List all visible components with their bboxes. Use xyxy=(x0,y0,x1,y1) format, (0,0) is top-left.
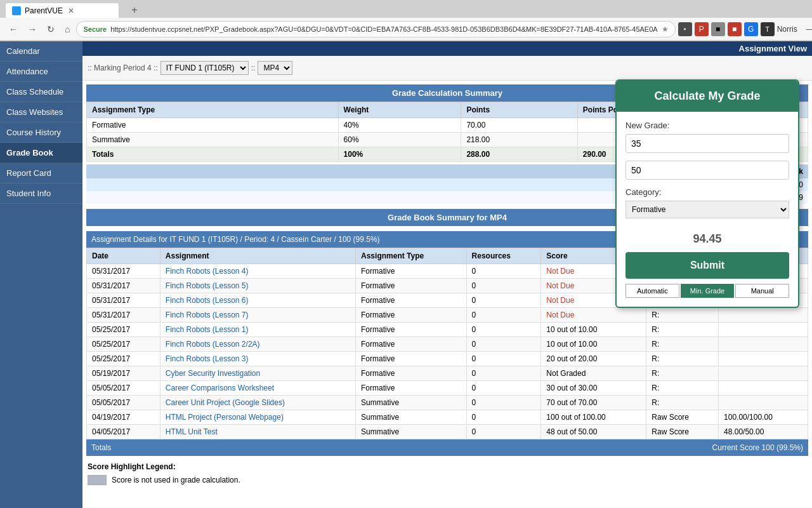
sidebar-item-course-history[interactable]: Course History xyxy=(0,123,82,143)
app-layout: Calendar Attendance Class Schedule Class… xyxy=(0,41,812,508)
home-button[interactable]: ⌂ xyxy=(61,22,74,37)
extensions-icon[interactable]: ▪ xyxy=(678,22,692,36)
address-bar: Secure https://studentvue.ccpsnet.net/PX… xyxy=(76,21,675,37)
assignment-link[interactable]: Finch Robots (Lesson 7) xyxy=(166,311,249,319)
submit-button[interactable]: Submit xyxy=(625,252,789,279)
table-row: 04/19/2017 HTML Project (Personal Webpag… xyxy=(87,410,808,425)
mp-label: :: Marking Period 4 :: xyxy=(88,64,158,72)
col-assignment-type: Assignment Type xyxy=(87,102,339,118)
sidebar-item-calendar[interactable]: Calendar xyxy=(0,41,82,62)
toolbar-right: ▪ P ■ ■ G T Norris ─ ◻ ✕ xyxy=(678,22,812,37)
new-grade-input-2[interactable] xyxy=(625,161,789,180)
header-bar: Assignment View xyxy=(82,41,812,56)
new-grade-label: New Grade: xyxy=(625,121,789,130)
assignment-link[interactable]: HTML Unit Test xyxy=(166,427,218,436)
secure-badge: Secure xyxy=(83,25,107,33)
user-name: Norris xyxy=(777,25,797,34)
assignment-link[interactable]: Finch Robots (Lesson 6) xyxy=(166,296,249,305)
tab-title: ParentVUE xyxy=(25,6,63,15)
sidebar-item-grade-book[interactable]: Grade Book xyxy=(0,143,82,163)
col-assignment-type: Assignment Type xyxy=(356,248,467,264)
table-row: 04/05/2017 HTML Unit Test Summative 0 48… xyxy=(87,425,808,439)
url-text: https://studentvue.ccpsnet.net/PXP_Grade… xyxy=(110,25,657,33)
marking-period-bar: :: Marking Period 4 :: IT FUND 1 (IT105R… xyxy=(82,56,812,81)
table-row: 05/25/2017 Finch Robots (Lesson 2/2A) Fo… xyxy=(87,337,808,352)
course-select[interactable]: IT FUND 1 (IT105R) xyxy=(160,61,249,75)
assignment-link[interactable]: Finch Robots (Lesson 2/2A) xyxy=(166,340,260,349)
current-score: Current Score 100 (99.5%) xyxy=(712,443,803,452)
type-summative: Summative xyxy=(87,133,339,147)
tab-bar: ParentVUE ✕ + xyxy=(0,0,812,18)
nav-bar: ← → ↻ ⌂ Secure https://studentvue.ccpsne… xyxy=(0,18,812,41)
weight-totals: 100% xyxy=(338,147,461,162)
category-label: Category: xyxy=(625,187,789,197)
min-grade-mode-button[interactable]: Min. Grade xyxy=(681,284,735,298)
col-points: Points xyxy=(461,102,577,118)
browser-chrome: ParentVUE ✕ + ← → ↻ ⌂ Secure https://stu… xyxy=(0,0,812,41)
toolbar-icon-5[interactable]: T xyxy=(761,22,775,36)
assignment-link[interactable]: Finch Robots (Lesson 5) xyxy=(166,281,249,290)
sidebar-item-report-card[interactable]: Report Card xyxy=(0,163,82,184)
bookmark-icon[interactable]: ★ xyxy=(662,25,669,34)
forward-button[interactable]: → xyxy=(24,22,41,37)
legend-description: Score is not used in grade calculation. xyxy=(112,476,240,485)
assignment-link[interactable]: Cyber Security Investigation xyxy=(166,369,260,378)
main-content: Assignment View :: Marking Period 4 :: I… xyxy=(82,41,812,508)
sidebar-item-class-schedule[interactable]: Class Schedule xyxy=(0,82,82,102)
toolbar-icon-1[interactable]: P xyxy=(695,22,709,36)
tab-favicon xyxy=(12,6,21,15)
assignment-view-link[interactable]: Assignment View xyxy=(739,44,807,53)
toolbar-icon-3[interactable]: ■ xyxy=(728,22,742,36)
legend-color-swatch xyxy=(88,475,107,485)
tab-close-button[interactable]: ✕ xyxy=(68,6,74,15)
table-row: 05/25/2017 Finch Robots (Lesson 3) Forma… xyxy=(87,352,808,366)
active-tab[interactable]: ParentVUE ✕ xyxy=(5,3,119,18)
col-assignment: Assignment xyxy=(160,248,355,264)
points-formative: 70.00 xyxy=(461,118,577,133)
legend-section: Score Highlight Legend: Score is not use… xyxy=(82,456,812,491)
table-row: 05/05/2017 Career Unit Project (Google S… xyxy=(87,396,808,410)
calc-my-grade-panel: Calculate My Grade New Grade: Category: … xyxy=(615,79,799,308)
assignment-link[interactable]: Finch Robots (Lesson 4) xyxy=(166,267,249,276)
sidebar-item-class-websites[interactable]: Class Websites xyxy=(0,102,82,123)
points-totals: 288.00 xyxy=(461,147,577,162)
new-grade-input-1[interactable] xyxy=(625,134,789,153)
sidebar: Calendar Attendance Class Schedule Class… xyxy=(0,41,82,508)
weight-formative: 40% xyxy=(338,118,461,133)
legend-title: Score Highlight Legend: xyxy=(88,462,176,471)
points-summative: 218.00 xyxy=(461,133,577,147)
assignment-link[interactable]: Finch Robots (Lesson 1) xyxy=(166,325,249,334)
totals-label: Totals xyxy=(91,443,111,452)
calc-result: 94.45 xyxy=(625,232,789,246)
manual-mode-button[interactable]: Manual xyxy=(735,284,789,298)
col-date: Date xyxy=(87,248,160,264)
mode-buttons: Automatic Min. Grade Manual xyxy=(625,284,789,298)
assignment-link[interactable]: Career Unit Project (Google Slides) xyxy=(166,398,285,407)
col-weight: Weight xyxy=(338,102,461,118)
assignment-link[interactable]: HTML Project (Personal Webpage) xyxy=(166,413,284,422)
automatic-mode-button[interactable]: Automatic xyxy=(625,284,679,298)
toolbar-icon-4[interactable]: G xyxy=(744,22,758,36)
calc-panel-title: Calculate My Grade xyxy=(617,81,798,112)
category-select[interactable]: Formative xyxy=(625,201,789,218)
type-totals: Totals xyxy=(87,147,339,162)
minimize-button[interactable]: ─ xyxy=(802,22,812,37)
type-formative: Formative xyxy=(87,118,339,133)
period-select[interactable]: MP4 xyxy=(258,61,292,75)
sidebar-item-attendance[interactable]: Attendance xyxy=(0,62,82,82)
totals-bar: Totals Current Score 100 (99.5%) xyxy=(86,439,808,456)
col-resources: Resources xyxy=(466,248,541,264)
table-row: 05/25/2017 Finch Robots (Lesson 1) Forma… xyxy=(87,323,808,337)
assignment-link[interactable]: Finch Robots (Lesson 3) xyxy=(166,354,249,363)
new-tab-button[interactable]: + xyxy=(122,3,147,17)
assignment-link[interactable]: Career Comparisons Worksheet xyxy=(166,384,274,392)
weight-summative: 60% xyxy=(338,133,461,147)
table-row: 05/05/2017 Career Comparisons Worksheet … xyxy=(87,381,808,396)
back-button[interactable]: ← xyxy=(5,22,22,37)
legend-item: Score is not used in grade calculation. xyxy=(88,475,807,485)
sidebar-item-student-info[interactable]: Student Info xyxy=(0,184,82,204)
toolbar-icon-2[interactable]: ■ xyxy=(711,22,725,36)
reload-button[interactable]: ↻ xyxy=(43,22,58,37)
table-row: 05/19/2017 Cyber Security Investigation … xyxy=(87,366,808,381)
calc-panel-body: New Grade: Category: Formative 94.45 Sub… xyxy=(617,112,798,307)
